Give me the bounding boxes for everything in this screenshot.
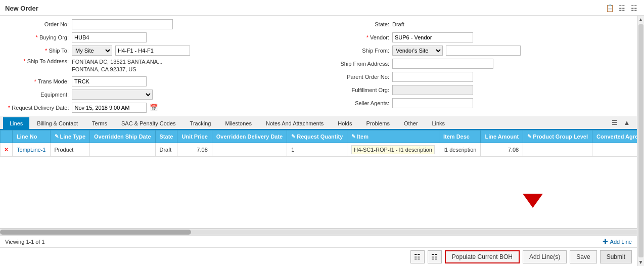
tab-other[interactable]: Other bbox=[397, 117, 425, 129]
trans-mode-input[interactable] bbox=[72, 76, 147, 86]
ship-to-input2[interactable] bbox=[115, 46, 190, 56]
table-row: × TempLine-1 Product Draft 7.08 1 H4-SC1… bbox=[1, 143, 637, 156]
buying-org-input[interactable] bbox=[72, 32, 147, 42]
bottom-bar: Viewing 1-1 of 1 ✚ Add Line bbox=[0, 235, 637, 247]
col-line-type: ✎ Line Type bbox=[50, 130, 90, 143]
state-row: State: Draft bbox=[329, 19, 629, 30]
table-scroll[interactable]: Line No ✎ Line Type Overridden Ship Date… bbox=[0, 130, 637, 228]
cell-overridden-ship-date bbox=[90, 143, 155, 156]
col-item-desc: Item Desc bbox=[439, 130, 480, 143]
col-request-quantity: ✎ Request Quantity bbox=[287, 130, 347, 143]
tab-holds[interactable]: Holds bbox=[331, 117, 358, 129]
table-header: Line No ✎ Line Type Overridden Ship Date… bbox=[1, 130, 637, 143]
seller-agents-row: Seller Agents: bbox=[329, 98, 629, 109]
table-container: Line No ✎ Line Type Overridden Ship Date… bbox=[0, 130, 637, 235]
equipment-select[interactable] bbox=[72, 90, 153, 100]
buying-org-row: * Buying Org: bbox=[8, 32, 308, 43]
cell-item[interactable]: H4-SC1-ROP-I1 - I1 description bbox=[347, 143, 439, 156]
content-area: Order No: * Buying Org: * Ship To: My Si… bbox=[0, 16, 637, 266]
tab-notes-attachments[interactable]: Notes And Attachments bbox=[259, 117, 330, 129]
ship-from-row: Ship From: Vendor's Site bbox=[329, 45, 629, 56]
page-title: New Order bbox=[5, 5, 38, 12]
tab-collapse-icon[interactable]: ▲ bbox=[622, 117, 632, 127]
equipment-label: Equipment: bbox=[8, 92, 69, 98]
vendor-label: * Vendor: bbox=[329, 34, 389, 40]
grid-icon[interactable]: ☷ bbox=[617, 3, 627, 13]
ship-from-select[interactable]: Vendor's Site bbox=[392, 46, 443, 56]
calendar-icon[interactable]: 📅 bbox=[150, 104, 158, 111]
tab-tracking[interactable]: Tracking bbox=[183, 117, 218, 129]
cell-unit-price: 7.08 bbox=[177, 143, 212, 156]
populate-boh-button[interactable]: Populate Current BOH bbox=[445, 250, 520, 263]
tab-settings-icon[interactable]: ☰ bbox=[610, 117, 620, 127]
cell-line-no: TempLine-1 bbox=[13, 143, 50, 156]
cell-state: Draft bbox=[155, 143, 177, 156]
col-overridden-delivery-date: Overridden Delivery Date bbox=[212, 130, 287, 143]
add-lines-button[interactable]: Add Line(s) bbox=[523, 250, 567, 263]
viewing-text: Viewing 1-1 of 1 bbox=[5, 239, 45, 245]
trans-mode-label: * Trans Mode: bbox=[8, 78, 69, 84]
buying-org-label: * Buying Org: bbox=[8, 34, 69, 40]
tab-sac-penalty[interactable]: SAC & Penalty Codes bbox=[115, 117, 182, 129]
tab-problems[interactable]: Problems bbox=[359, 117, 396, 129]
fulfillment-input[interactable] bbox=[392, 85, 473, 95]
ship-to-select1[interactable]: My Site bbox=[72, 46, 112, 56]
tab-links[interactable]: Links bbox=[425, 117, 451, 129]
lines-table: Line No ✎ Line Type Overridden Ship Date… bbox=[0, 130, 637, 157]
scroll-thumb[interactable] bbox=[638, 24, 643, 257]
parent-order-input[interactable] bbox=[392, 72, 473, 82]
ship-to-label: * Ship To: bbox=[8, 48, 69, 54]
tab-action-icons: ☰ ▲ bbox=[610, 116, 634, 129]
tab-milestones[interactable]: Milestones bbox=[218, 117, 258, 129]
calculator-icon-button[interactable]: ☷ bbox=[410, 250, 425, 263]
copy-icon[interactable]: 📋 bbox=[605, 3, 615, 13]
cell-converted-agreed-qty bbox=[592, 143, 637, 156]
ship-from-extra-input[interactable] bbox=[446, 46, 521, 56]
cell-product-group-level bbox=[523, 143, 592, 156]
vendor-row: * Vendor: bbox=[329, 32, 629, 43]
ship-from-address-input[interactable] bbox=[392, 59, 493, 69]
grid2-icon[interactable]: ☷ bbox=[629, 3, 639, 13]
tab-terms[interactable]: Terms bbox=[85, 117, 114, 129]
request-delivery-input[interactable] bbox=[72, 103, 147, 113]
add-line-container: ✚ Add Line bbox=[603, 238, 632, 245]
page-header: New Order 📋 ☷ ☷ bbox=[0, 0, 644, 16]
col-converted-agreed-qty: Converted Agreed Quantity bbox=[592, 130, 637, 143]
col-overridden-ship-date: Overridden Ship Date bbox=[90, 130, 155, 143]
seller-agents-input[interactable] bbox=[392, 98, 473, 108]
request-delivery-row: * Request Delivery Date: 📅 bbox=[8, 102, 308, 113]
main-layout: Order No: * Buying Org: * Ship To: My Si… bbox=[0, 16, 644, 266]
scroll-up-arrow[interactable]: ▲ bbox=[637, 16, 644, 23]
cell-request-quantity: 1 bbox=[287, 143, 347, 156]
save-button[interactable]: Save bbox=[570, 250, 596, 263]
request-delivery-label: * Request Delivery Date: bbox=[8, 105, 69, 111]
parent-order-row: Parent Order No: bbox=[329, 71, 629, 82]
tab-lines[interactable]: Lines bbox=[3, 117, 29, 129]
right-scrollbar[interactable]: ▲ ▼ bbox=[637, 16, 644, 266]
order-no-row: Order No: bbox=[8, 19, 308, 30]
tabs-bar: Lines Billing & Contact Terms SAC & Pena… bbox=[0, 116, 637, 130]
grid-icon-button[interactable]: ☷ bbox=[428, 250, 442, 263]
ship-from-address-label: Ship From Address: bbox=[329, 61, 389, 67]
order-no-input[interactable] bbox=[72, 19, 173, 29]
tab-billing-contact[interactable]: Billing & Contact bbox=[30, 117, 84, 129]
add-line-button[interactable]: Add Line bbox=[610, 239, 632, 245]
ship-to-address-value: FONTANA DC, 13521 SANTA ANA... FONTANA, … bbox=[72, 58, 162, 74]
col-state: State bbox=[155, 130, 177, 143]
equipment-row: Equipment: bbox=[8, 89, 308, 100]
seller-agents-label: Seller Agents: bbox=[329, 100, 389, 106]
submit-button[interactable]: Submit bbox=[600, 250, 632, 263]
scroll-down-arrow[interactable]: ▼ bbox=[637, 258, 644, 266]
cell-line-amount: 7.08 bbox=[481, 143, 523, 156]
col-item: ✎ Item bbox=[347, 130, 439, 143]
scrollbar-thumb[interactable] bbox=[0, 230, 191, 235]
horizontal-scrollbar[interactable] bbox=[0, 228, 637, 235]
page-wrapper: New Order 📋 ☷ ☷ Order No: * Buying Org: bbox=[0, 0, 644, 266]
col-line-amount: Line Amount bbox=[481, 130, 523, 143]
fulfillment-label: Fulfillment Org: bbox=[329, 87, 389, 93]
ship-to-address-label: * Ship To Address: bbox=[8, 58, 69, 64]
ship-to-row: * Ship To: My Site bbox=[8, 45, 308, 56]
cell-delete[interactable]: × bbox=[1, 143, 13, 156]
vendor-input[interactable] bbox=[392, 32, 473, 42]
cell-overridden-delivery-date bbox=[212, 143, 287, 156]
